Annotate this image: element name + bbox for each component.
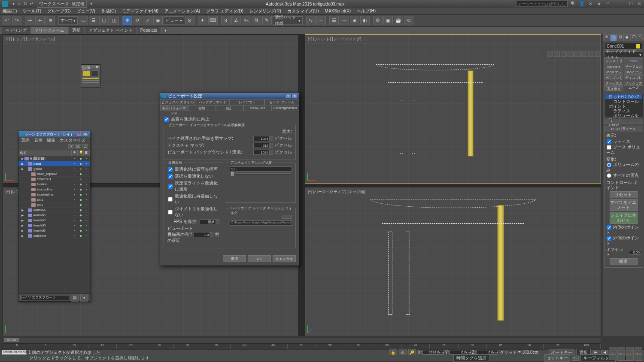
fps-input[interactable] bbox=[200, 219, 216, 224]
zoom-extents-all-button[interactable] bbox=[635, 347, 642, 353]
modifier-list-dropdown[interactable]: モディファイヤ リスト▾ bbox=[604, 51, 643, 57]
modifier-button[interactable]: サーフェス bbox=[624, 64, 643, 69]
window-crossing-button[interactable]: ◫ bbox=[109, 16, 119, 25]
list-item[interactable]: topnscline·●· bbox=[18, 187, 90, 192]
list-item[interactable]: ▸zaikibne·●· bbox=[18, 233, 90, 238]
dialog-tab[interactable]: SteeringWheels bbox=[271, 105, 299, 111]
menu-create[interactable]: 作成(C) bbox=[101, 8, 116, 14]
bind-button[interactable]: ≋ bbox=[46, 16, 55, 25]
adapt-checkbox[interactable] bbox=[168, 210, 172, 214]
orbit-button[interactable] bbox=[626, 354, 634, 360]
column-color[interactable]: ◧ bbox=[84, 150, 90, 156]
se-menu-customize[interactable]: カスタマイズ bbox=[60, 137, 85, 143]
dialog-tab[interactable]: レイアウト bbox=[230, 99, 264, 105]
time-slider[interactable]: 0 / 100 bbox=[3, 337, 601, 343]
list-item[interactable]: ▸base·●· bbox=[18, 161, 90, 166]
rotate-button[interactable]: ⟳ bbox=[133, 16, 142, 25]
se-menu-select[interactable]: 選択 bbox=[21, 137, 30, 143]
close-icon[interactable]: ✕ bbox=[83, 132, 88, 136]
ribbon-tab[interactable]: モデリング bbox=[2, 27, 30, 34]
column-freeze[interactable]: ❄ bbox=[72, 150, 78, 156]
menu-edit[interactable]: 編集(E) bbox=[3, 8, 17, 14]
vp-shade-btn[interactable] bbox=[568, 51, 574, 57]
layers-button[interactable]: ☱ bbox=[329, 16, 339, 25]
list-item[interactable]: ▸gaido·●· bbox=[18, 166, 90, 172]
configure-button[interactable] bbox=[636, 119, 643, 124]
unique-button[interactable] bbox=[620, 119, 627, 124]
render-button[interactable]: ☕ bbox=[394, 16, 403, 25]
redo-button[interactable]: ↷ bbox=[12, 16, 21, 25]
list-item[interactable]: ▸kumikiC·●· bbox=[18, 218, 90, 223]
reset-button[interactable]: リセット bbox=[610, 191, 638, 198]
apply-button[interactable]: 適用 bbox=[223, 255, 246, 262]
vp-shade-btn[interactable] bbox=[547, 51, 553, 57]
delay-input[interactable] bbox=[194, 232, 210, 237]
tab-utilities[interactable]: 🔨 bbox=[637, 34, 644, 41]
dialog-tab[interactable]: 表示パフォーマンス bbox=[160, 105, 188, 111]
viewport-label[interactable]: [+] [トップ] [ワイヤフレーム] bbox=[6, 36, 55, 42]
spinnersnap-button[interactable]: ⇅ bbox=[252, 16, 261, 25]
menu-modifiers[interactable]: モディファイヤ(M) bbox=[122, 8, 158, 14]
menu-rendering[interactable]: レンダリング(R) bbox=[249, 8, 281, 14]
remove-mod-button[interactable] bbox=[628, 119, 635, 124]
ribbon-tab[interactable]: 選択 bbox=[69, 27, 84, 34]
select-name-button[interactable]: ☰ bbox=[89, 16, 98, 25]
menu-customize[interactable]: カスタマイズ(U) bbox=[287, 8, 319, 14]
modifier-button[interactable]: 置き換え bbox=[604, 86, 623, 91]
ok-button[interactable]: OK bbox=[248, 255, 271, 262]
undo-button[interactable]: ↶ bbox=[2, 16, 11, 25]
titlebar-btn[interactable]: ⎌ bbox=[16, 1, 22, 7]
modifier-button[interactable]: ディスプレイス bbox=[624, 75, 643, 80]
se-menu-edit[interactable]: 編集 bbox=[47, 137, 55, 143]
pivot-button[interactable]: ⊙ bbox=[185, 16, 194, 25]
viewport-label[interactable]: [+] [パースペクティブ] [エッジ面] bbox=[308, 189, 365, 195]
titlebar-btn[interactable]: ⇄ bbox=[28, 1, 34, 7]
scale-button[interactable]: ⤢ bbox=[143, 16, 152, 25]
selection-filter[interactable]: すべて ▾ bbox=[58, 16, 78, 25]
rendersetup-button[interactable]: ⚙ bbox=[373, 16, 383, 25]
list-item[interactable]: ▸kumikiE·●· bbox=[18, 228, 90, 233]
list-item[interactable]: sid1·●· bbox=[18, 197, 90, 202]
time-slider-knob[interactable]: 0 / 100 bbox=[4, 338, 19, 342]
menu-tools[interactable]: ツール(T) bbox=[23, 8, 41, 14]
dialog-tab[interactable]: ViewCube bbox=[243, 105, 271, 111]
scene-explorer-body[interactable]: ▸0 (既定値)·●·▸base·●·▸gaido·●·base_top002·… bbox=[18, 156, 90, 293]
se-foot-btn[interactable]: ▤ bbox=[71, 294, 79, 302]
inside-points-checkbox[interactable] bbox=[607, 225, 611, 229]
list-item[interactable]: Plane001·●· bbox=[18, 177, 90, 182]
adapt-checkbox[interactable] bbox=[168, 174, 172, 178]
deform-all-radio[interactable] bbox=[607, 173, 611, 178]
chevron-down-icon[interactable]: ▾ bbox=[88, 1, 94, 7]
renderframe-button[interactable]: ▣ bbox=[383, 16, 393, 25]
show-end-button[interactable] bbox=[612, 119, 619, 124]
manip-button[interactable]: ✦ bbox=[198, 16, 207, 25]
zoom-extents-button[interactable] bbox=[626, 347, 634, 353]
vp-shade-btn[interactable] bbox=[574, 51, 580, 57]
list-item[interactable]: topsideline·●· bbox=[18, 192, 90, 197]
vp-shade-btn[interactable] bbox=[588, 51, 594, 57]
tab-display[interactable]: 🖵 bbox=[630, 34, 637, 41]
menu-animation[interactable]: アニメーション(A) bbox=[164, 8, 200, 14]
maxscript-mini-listener[interactable]: actionMan.executeA bbox=[2, 350, 27, 355]
exchange-icon[interactable]: ✕ bbox=[587, 1, 593, 7]
column-name[interactable]: 名前 bbox=[18, 150, 72, 156]
ribbon-tab[interactable]: フリーフォーム bbox=[31, 27, 68, 34]
close-icon[interactable]: ✕ bbox=[636, 1, 642, 7]
percentsnap-button[interactable]: % bbox=[242, 16, 251, 25]
tab-hierarchy[interactable]: ⊞ bbox=[617, 34, 624, 41]
favorite-icon[interactable]: ★ bbox=[596, 1, 602, 7]
align-button[interactable]: ≑ bbox=[316, 16, 326, 25]
place-button[interactable]: ◉ bbox=[153, 16, 163, 25]
maximize-icon[interactable]: ☐ bbox=[628, 1, 634, 7]
help-search-input[interactable] bbox=[516, 1, 568, 7]
modifier-button[interactable]: ポリゴンを編集 bbox=[604, 75, 623, 80]
renderiterative-button[interactable]: ⟲ bbox=[404, 16, 413, 25]
viewport-shading-popup[interactable]: 拡張▼ bbox=[81, 64, 100, 87]
select-button[interactable]: ▭ bbox=[79, 16, 88, 25]
conform-button[interactable]: シェイプに合わせる bbox=[610, 212, 638, 224]
lattice-checkbox[interactable] bbox=[607, 139, 611, 144]
menu-maxscript[interactable]: MAXScript(X) bbox=[325, 9, 351, 13]
dialog-tab[interactable]: 統計 bbox=[216, 105, 244, 111]
ribbon-tab[interactable]: Populate bbox=[137, 27, 161, 33]
vp-shade-btn[interactable] bbox=[581, 51, 587, 57]
